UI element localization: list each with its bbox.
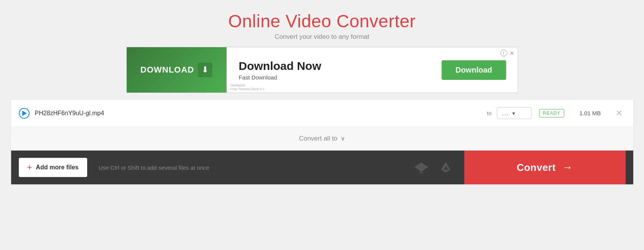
file-name: PH28zHF6nY9uU-gl.mp4	[35, 110, 482, 117]
ready-badge: READY	[539, 109, 564, 118]
ad-action-button[interactable]: Download	[442, 60, 506, 80]
convert-arrow-icon: →	[562, 161, 573, 174]
file-row: PH28zHF6nY9uU-gl.mp4 to ... ▾ READY 1.01…	[11, 100, 633, 127]
svg-marker-5	[446, 162, 450, 170]
page-title: Online Video Converter	[228, 11, 416, 31]
chevron-down-icon: ▾	[512, 110, 515, 116]
plus-icon: +	[27, 163, 32, 172]
ad-middle-section: Download Now Fast Download	[227, 60, 442, 81]
dropbox-icon[interactable]	[414, 161, 428, 174]
format-dropdown[interactable]: ... ▾	[497, 107, 531, 119]
gdrive-icon[interactable]	[439, 161, 453, 174]
file-size: 1.01 MB	[564, 110, 601, 116]
convert-all-dropdown[interactable]: Convert all to ∨	[299, 135, 345, 142]
svg-marker-4	[441, 162, 446, 170]
help-text: Use Ctrl or Shift to add several files a…	[99, 164, 414, 171]
ad-sub-text: Fast Download	[239, 74, 429, 81]
svg-point-3	[419, 172, 423, 173]
ad-download-label: DOWNLOAD	[141, 65, 194, 75]
bottom-bar: + Add more files Use Ctrl or Shift to ad…	[11, 151, 633, 184]
cloud-icons	[414, 161, 453, 174]
ad-controls: i ✕	[500, 50, 515, 56]
play-button[interactable]	[19, 108, 30, 119]
convert-button[interactable]: Convert →	[464, 151, 626, 184]
convert-all-label: Convert all to	[299, 135, 337, 142]
to-label: to	[487, 110, 492, 116]
format-dots: ...	[502, 110, 509, 116]
ad-download-icon: ⬇	[198, 63, 212, 77]
page-subtitle: Convert your video to any format	[228, 33, 416, 41]
play-icon-triangle	[22, 111, 27, 116]
ad-banner: i ✕ DOWNLOAD ⬇ Download Now Fast Downloa…	[126, 47, 518, 93]
convert-all-row[interactable]: Convert all to ∨	[11, 127, 633, 151]
page-header: Online Video Converter Convert your vide…	[228, 11, 416, 41]
ad-main-text: Download Now	[239, 60, 429, 73]
ad-info-icon[interactable]: i	[500, 50, 507, 56]
convert-all-chevron-icon: ∨	[341, 135, 345, 142]
ad-small-text: MediaGetFree Torrent-Client 9.x	[230, 83, 265, 91]
remove-file-icon[interactable]: ✕	[613, 107, 626, 120]
add-more-label: Add more files	[36, 164, 78, 171]
add-more-button[interactable]: + Add more files	[19, 158, 87, 177]
convert-label: Convert	[517, 162, 556, 174]
ad-right-section: Download	[442, 60, 518, 80]
ad-left-section: DOWNLOAD ⬇	[127, 47, 227, 93]
converter-container: PH28zHF6nY9uU-gl.mp4 to ... ▾ READY 1.01…	[11, 100, 633, 184]
ad-close-icon[interactable]: ✕	[510, 50, 515, 56]
